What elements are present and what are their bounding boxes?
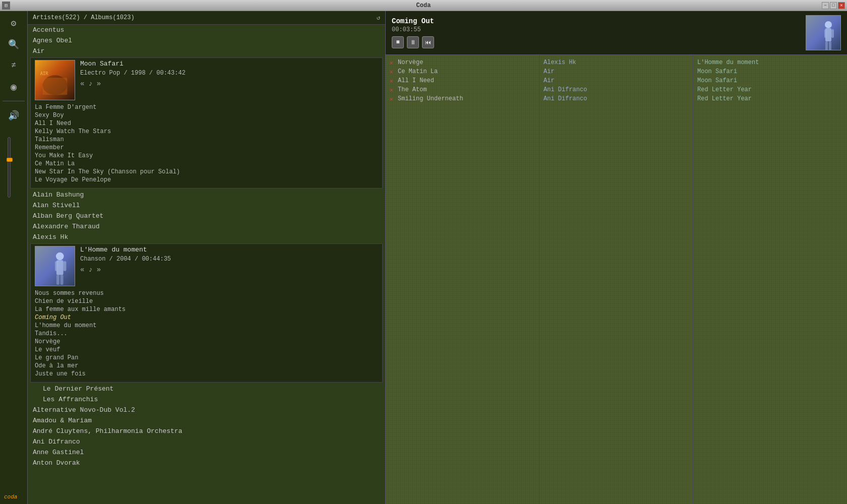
track-sexy-boy[interactable]: Sexy Boy bbox=[35, 111, 378, 119]
artist-alban-berg[interactable]: Alban Berg Quartet bbox=[28, 211, 385, 221]
queue-remove-4[interactable]: ✕ bbox=[390, 87, 396, 93]
artist-accentus[interactable]: Accentus bbox=[28, 25, 385, 35]
track-ce-matin[interactable]: Ce Matin La bbox=[35, 160, 378, 168]
track-coming-out[interactable]: Coming Out bbox=[35, 313, 378, 322]
moon-safari-tracks: La Femme D'argent Sexy Boy All I Need Ke… bbox=[31, 102, 382, 188]
queue-remove-1[interactable]: ✕ bbox=[390, 59, 396, 66]
track-kelly[interactable]: Kelly Watch The Stars bbox=[35, 128, 378, 136]
album-les-affranchis[interactable]: Les Affranchis bbox=[28, 394, 385, 405]
queue-track-1[interactable]: Norvège bbox=[398, 59, 423, 66]
artist-agnes-obel[interactable]: Agnes Obel bbox=[28, 35, 385, 46]
library-header: Artistes(522) / Albums(1023) ↺ bbox=[28, 11, 385, 25]
album-next-icon[interactable]: » bbox=[97, 80, 101, 88]
queue-artist-name-3[interactable]: Air bbox=[543, 77, 555, 84]
sidebar-search-icon[interactable]: 🔍 bbox=[6, 36, 22, 52]
album-play-icon[interactable]: ♪ bbox=[88, 80, 92, 88]
svg-rect-16 bbox=[831, 29, 834, 38]
sidebar-wave-icon[interactable]: ≠ bbox=[6, 57, 22, 74]
queue-album-name-5[interactable]: Red Letter Year bbox=[697, 95, 752, 102]
prev-button[interactable]: ⏮ bbox=[422, 36, 434, 48]
queue-artist-name-1[interactable]: Alexis Hk bbox=[543, 59, 576, 66]
track-you-make-it[interactable]: You Make It Easy bbox=[35, 152, 378, 160]
track-norvege[interactable]: Norvège bbox=[35, 338, 378, 346]
sidebar-settings-icon[interactable]: ⚙ bbox=[6, 15, 22, 31]
album-prev-icon[interactable]: « bbox=[80, 266, 84, 274]
track-tandis[interactable]: Tandis... bbox=[35, 330, 378, 338]
track-le-grand-pan[interactable]: Le grand Pan bbox=[35, 354, 378, 362]
artist-alexandre-tharaud[interactable]: Alexandre Tharaud bbox=[28, 221, 385, 232]
queue-album-name-4[interactable]: Red Letter Year bbox=[697, 86, 752, 93]
track-remember[interactable]: Remember bbox=[35, 144, 378, 152]
album-le-dernier[interactable]: Le Dernier Présent bbox=[28, 384, 385, 394]
sidebar-speaker-icon[interactable]: 🔊 bbox=[6, 107, 22, 123]
album-lhomme-meta: L'Homme du moment Chanson / 2004 / 00:44… bbox=[80, 246, 378, 274]
album-title[interactable]: Moon Safari bbox=[80, 60, 378, 68]
artist-name: Agnes Obel bbox=[33, 37, 72, 44]
refresh-icon[interactable]: ↺ bbox=[377, 14, 380, 22]
now-playing-time: 00:03:55 bbox=[392, 26, 800, 33]
artist-ani-difranco[interactable]: Ani Difranco bbox=[28, 436, 385, 447]
track-chien[interactable]: Chien de vieille bbox=[35, 297, 378, 305]
track-le-voyage[interactable]: Le Voyage De Penelope bbox=[35, 176, 378, 184]
artist-amadou[interactable]: Amadou & Mariam bbox=[28, 415, 385, 426]
volume-thumb[interactable] bbox=[7, 158, 13, 162]
svg-point-6 bbox=[56, 253, 64, 261]
now-playing-info: Coming Out 00:03:55 ■ ⏸ ⏮ bbox=[392, 17, 800, 48]
queue-track-5[interactable]: Smiling Underneath bbox=[398, 95, 463, 102]
track-ode[interactable]: Ode à la mer bbox=[35, 362, 378, 370]
track-le-veuf[interactable]: Le veuf bbox=[35, 346, 378, 354]
album-prev-icon[interactable]: « bbox=[80, 80, 84, 88]
album-moon-safari-header: AIR Moon Safari Electro Pop / 1998 / 00:… bbox=[31, 58, 382, 102]
pause-button[interactable]: ⏸ bbox=[407, 36, 419, 48]
queue-artist-name-2[interactable]: Air bbox=[543, 68, 555, 75]
library-content[interactable]: Accentus Agnes Obel Air bbox=[28, 25, 385, 502]
minimize-button[interactable]: − bbox=[822, 2, 829, 9]
artist-alternative[interactable]: Alternative Novo-Dub Vol.2 bbox=[28, 405, 385, 415]
track-juste-une[interactable]: Juste une fois bbox=[35, 370, 378, 378]
svg-text:AIR: AIR bbox=[40, 71, 49, 76]
now-playing-bar: Coming Out 00:03:55 ■ ⏸ ⏮ bbox=[386, 11, 847, 55]
album-title[interactable]: L'Homme du moment bbox=[80, 246, 378, 254]
maximize-button[interactable]: □ bbox=[830, 2, 837, 9]
artist-anne-gastinel[interactable]: Anne Gastinel bbox=[28, 447, 385, 458]
queue-remove-3[interactable]: ✕ bbox=[390, 78, 396, 84]
sidebar-disc-icon[interactable]: ◉ bbox=[6, 79, 22, 95]
track-la-femme[interactable]: La Femme D'argent bbox=[35, 103, 378, 111]
queue-album-name-2[interactable]: Moon Safari bbox=[697, 68, 737, 75]
queue-track-2[interactable]: Ce Matin La bbox=[398, 68, 438, 75]
coda-logo: coda bbox=[4, 494, 17, 500]
artist-alan-stivell[interactable]: Alan Stivell bbox=[28, 200, 385, 211]
queue-album-name-1[interactable]: L'Homme du moment bbox=[697, 59, 759, 66]
track-nous-sommes[interactable]: Nous sommes revenus bbox=[35, 289, 378, 297]
queue-track-3[interactable]: All I Need bbox=[398, 77, 434, 84]
queue-item-2: ✕ Ce Matin La bbox=[390, 67, 535, 76]
queue-artists-col: Alexis Hk Air Air Ani Difranco Ani Difra… bbox=[539, 55, 693, 504]
lhomme-art bbox=[35, 246, 75, 286]
artist-alexis-hk[interactable]: Alexis Hk bbox=[28, 232, 385, 242]
album-play-icon[interactable]: ♪ bbox=[88, 266, 92, 274]
queue-remove-5[interactable]: ✕ bbox=[390, 96, 396, 102]
queue-album-2: Moon Safari bbox=[697, 67, 843, 76]
track-talisman[interactable]: Talisman bbox=[35, 136, 378, 144]
queue-artist-name-4[interactable]: Ani Difranco bbox=[543, 86, 587, 93]
track-la-femme-mille[interactable]: La femme aux mille amants bbox=[35, 305, 378, 313]
svg-rect-17 bbox=[825, 41, 828, 50]
stop-button[interactable]: ■ bbox=[392, 36, 404, 48]
queue-artist-name-5[interactable]: Ani Difranco bbox=[543, 95, 587, 102]
track-new-star[interactable]: New Star In The Sky (Chanson pour Solal) bbox=[35, 168, 378, 176]
volume-track[interactable] bbox=[8, 137, 11, 198]
queue-track-4[interactable]: The Atom bbox=[398, 86, 427, 93]
album-next-icon[interactable]: » bbox=[97, 266, 101, 274]
track-lhomme-moment[interactable]: L'homme du moment bbox=[35, 322, 378, 330]
artist-andre-cluytens[interactable]: André Cluytens, Philharmonia Orchestra bbox=[28, 426, 385, 436]
queue-item-4: ✕ The Atom bbox=[390, 85, 535, 94]
artist-anton-dvorak[interactable]: Anton Dvorak bbox=[28, 458, 385, 468]
artist-alain-bashung[interactable]: Alain Bashung bbox=[28, 190, 385, 200]
track-all-i-need[interactable]: All I Need bbox=[35, 119, 378, 128]
queue-remove-2[interactable]: ✕ bbox=[390, 69, 396, 75]
artist-name: Accentus bbox=[33, 26, 64, 34]
artist-air[interactable]: Air bbox=[28, 46, 385, 56]
queue-album-name-3[interactable]: Moon Safari bbox=[697, 77, 737, 84]
svg-rect-10 bbox=[56, 275, 59, 285]
close-button[interactable]: ✕ bbox=[838, 2, 845, 9]
